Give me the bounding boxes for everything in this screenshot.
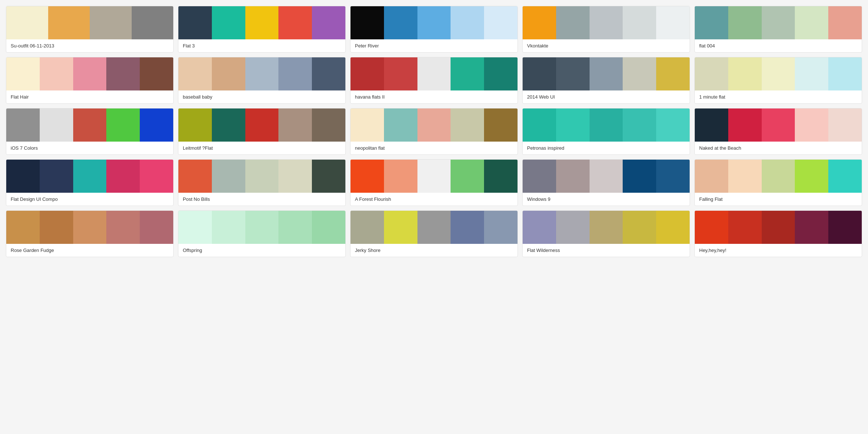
palette-card[interactable]: havana flats II [350, 57, 518, 104]
color-swatch [212, 211, 245, 244]
palette-swatches [178, 6, 345, 39]
palette-card[interactable]: Hey,hey,hey! [694, 210, 862, 257]
color-swatch [695, 160, 728, 193]
palette-card[interactable]: flat 004 [694, 6, 862, 53]
palette-swatches [523, 108, 690, 142]
color-swatch [762, 211, 795, 244]
color-swatch [451, 108, 484, 142]
color-swatch [106, 57, 140, 90]
palette-card[interactable]: Peter River [350, 6, 518, 53]
palette-card[interactable]: baseball baby [178, 57, 346, 104]
color-swatch [278, 108, 312, 142]
palette-swatches [6, 108, 173, 142]
color-swatch [278, 57, 312, 90]
palette-name: 1 minute flat [695, 90, 862, 103]
color-swatch [312, 211, 345, 244]
color-swatch [417, 57, 451, 90]
palette-name: Falling Flat [695, 193, 862, 206]
color-swatch [556, 57, 590, 90]
palette-name: Windows 9 [523, 193, 690, 206]
palette-swatches [523, 6, 690, 39]
palette-name: flat 004 [695, 39, 862, 52]
palette-swatches [178, 160, 345, 193]
color-swatch [828, 160, 862, 193]
color-swatch [556, 6, 590, 39]
palette-card[interactable]: Flat 3 [178, 6, 346, 53]
palette-name: Jerky Shore [351, 244, 517, 257]
color-swatch [523, 57, 556, 90]
palette-card[interactable]: 2014 Web UI [522, 57, 690, 104]
color-swatch [828, 108, 862, 142]
palette-card[interactable]: Vkontakte [522, 6, 690, 53]
color-swatch [523, 108, 556, 142]
palette-name: Hey,hey,hey! [695, 244, 862, 257]
color-swatch [795, 108, 828, 142]
color-swatch [728, 211, 762, 244]
color-swatch [178, 160, 212, 193]
color-swatch [6, 211, 40, 244]
color-swatch [384, 211, 417, 244]
color-swatch [245, 6, 279, 39]
palette-name: iOS 7 Colors [6, 142, 173, 154]
palette-card[interactable]: Flat Hair [6, 57, 174, 104]
palette-card[interactable]: Rose Garden Fudge [6, 210, 174, 257]
color-swatch [590, 57, 623, 90]
palette-name: Post No Bills [178, 193, 345, 206]
color-swatch [556, 108, 590, 142]
palette-name: havana flats II [351, 90, 517, 103]
color-swatch [73, 211, 107, 244]
color-swatch [828, 211, 862, 244]
color-swatch [695, 108, 728, 142]
color-swatch [178, 108, 212, 142]
palette-swatches [178, 108, 345, 142]
color-swatch [695, 211, 728, 244]
color-swatch [762, 160, 795, 193]
color-swatch [384, 6, 417, 39]
palette-swatches [6, 57, 173, 90]
palette-card[interactable]: Falling Flat [694, 159, 862, 206]
color-swatch [90, 6, 132, 39]
color-swatch [40, 160, 73, 193]
color-swatch [451, 6, 484, 39]
color-swatch [556, 211, 590, 244]
color-swatch [656, 160, 690, 193]
palette-name: Naked at the Beach [695, 142, 862, 154]
palette-card[interactable]: Naked at the Beach [694, 108, 862, 155]
color-swatch [245, 211, 279, 244]
palette-card[interactable]: Su-outfit 06-11-2013 [6, 6, 174, 53]
palette-card[interactable]: Post No Bills [178, 159, 346, 206]
palette-card[interactable]: Offspring [178, 210, 346, 257]
palette-swatches [695, 6, 862, 39]
palette-swatches [178, 211, 345, 244]
palette-card[interactable]: Windows 9 [522, 159, 690, 206]
palette-card[interactable]: Petronas inspired [522, 108, 690, 155]
color-swatch [212, 160, 245, 193]
palette-card[interactable]: Flat Wilderness [522, 210, 690, 257]
color-swatch [695, 57, 728, 90]
palette-card[interactable]: Leitmotif ?Flat [178, 108, 346, 155]
color-swatch [351, 57, 384, 90]
color-swatch [312, 108, 345, 142]
palette-card[interactable]: A Forest Flourish [350, 159, 518, 206]
color-swatch [590, 6, 623, 39]
palette-card[interactable]: iOS 7 Colors [6, 108, 174, 155]
color-swatch [6, 6, 48, 39]
palette-swatches [6, 160, 173, 193]
palette-card[interactable]: Jerky Shore [350, 210, 518, 257]
palette-swatches [523, 57, 690, 90]
palette-swatches [6, 211, 173, 244]
color-swatch [523, 6, 556, 39]
palette-card[interactable]: neopolitan flat [350, 108, 518, 155]
palette-name: 2014 Web UI [523, 90, 690, 103]
palette-card[interactable]: Flat Design UI Compo [6, 159, 174, 206]
palette-name: A Forest Flourish [351, 193, 517, 206]
palette-swatches [695, 211, 862, 244]
color-swatch [312, 57, 345, 90]
color-swatch [623, 57, 656, 90]
color-swatch [523, 160, 556, 193]
color-swatch [178, 57, 212, 90]
color-swatch [73, 108, 107, 142]
color-swatch [656, 57, 690, 90]
color-swatch [451, 211, 484, 244]
palette-card[interactable]: 1 minute flat [694, 57, 862, 104]
